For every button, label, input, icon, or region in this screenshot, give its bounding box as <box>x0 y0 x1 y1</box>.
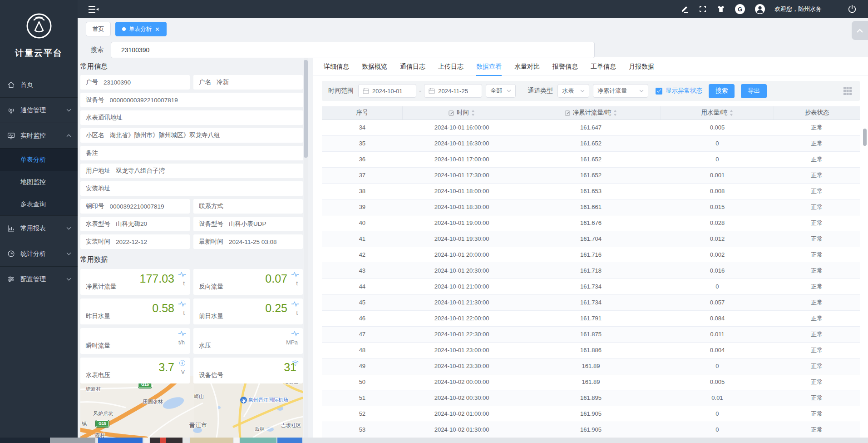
power-icon[interactable] <box>847 4 857 14</box>
sidebar-subitem-多表查询[interactable]: 多表查询 <box>0 193 78 215</box>
table-row[interactable]: 352024-10-01 16:30:00161.6520正常 <box>322 135 860 151</box>
start-date-picker[interactable]: 2024-10-01 <box>358 84 416 98</box>
table-row[interactable]: 342024-10-01 16:00:00161.6470.005正常 <box>322 119 860 135</box>
field-label: 钢印号 <box>86 202 104 210</box>
table-row[interactable]: 432024-10-01 20:30:00161.7180.016正常 <box>322 263 860 279</box>
sidebar-item-常用报表[interactable]: 常用报表 <box>0 215 78 241</box>
show-abnormal-checkbox[interactable] <box>656 88 662 95</box>
table-cell: 41 <box>322 231 403 247</box>
background-window[interactable] <box>234 438 239 443</box>
background-window[interactable] <box>144 438 149 443</box>
background-window[interactable] <box>160 438 166 443</box>
table-row[interactable]: 452024-10-01 21:30:00161.7340.057正常 <box>322 294 860 310</box>
sidebar-item-实时监控[interactable]: 实时监控 <box>0 123 78 148</box>
table-cell: 0.005 <box>661 374 774 390</box>
metric-select[interactable]: 净累计流量 <box>593 84 648 98</box>
sort-icon[interactable] <box>613 110 617 116</box>
background-window[interactable] <box>150 438 182 443</box>
background-window[interactable] <box>183 438 189 443</box>
stat-card-label: 设备信号 <box>199 371 223 379</box>
table-row[interactable]: 412024-10-01 19:30:00161.7040.012正常 <box>322 231 860 247</box>
start-date-value: 2024-10-01 <box>372 88 403 95</box>
table-row[interactable]: 442024-10-01 21:00:00161.7340正常 <box>322 279 860 294</box>
table-row[interactable]: 482024-10-01 23:00:00161.8860.004正常 <box>322 342 860 358</box>
table-row[interactable]: 382024-10-01 18:00:00161.6530.008正常 <box>322 183 860 199</box>
info-field-小区名: 小区名湖北省》随州市》随州城区》双龙寺八组 <box>80 128 303 143</box>
chevron-down-icon <box>507 90 511 92</box>
end-date-picker[interactable]: 2024-11-25 <box>424 84 482 98</box>
table-row[interactable]: 512024-10-02 00:30:00161.8950.01正常 <box>322 390 860 406</box>
table-row[interactable]: 402024-10-01 19:00:00161.6760.028正常 <box>322 215 860 231</box>
search-label: 搜索 <box>91 46 104 54</box>
table-scrollbar-thumb[interactable] <box>863 129 867 146</box>
sidebar-item-配置管理[interactable]: 配置管理 <box>0 266 78 292</box>
back-to-top-button[interactable] <box>852 21 868 40</box>
background-window[interactable] <box>98 438 143 443</box>
user-avatar-icon[interactable] <box>755 4 765 15</box>
edit-icon[interactable] <box>680 5 689 14</box>
left-panel-scrollbar-thumb[interactable] <box>304 60 308 158</box>
table-row[interactable]: 422024-10-01 20:00:00161.7160.002正常 <box>322 247 860 263</box>
location-map[interactable]: G15G15塘新村仙公山崎山田园张林风炉后坑镇晋江市后林吉坂社区霞村泉州晋江国际… <box>80 376 303 438</box>
detail-tab-水量对比[interactable]: 水量对比 <box>514 57 540 75</box>
show-abnormal-label[interactable]: 显示异常状态 <box>666 87 702 95</box>
table-row[interactable]: 392024-10-01 18:30:00161.6610.015正常 <box>322 199 860 215</box>
detail-tab-通信日志[interactable]: 通信日志 <box>400 57 425 75</box>
column-settings-icon[interactable] <box>843 87 852 95</box>
fullscreen-icon[interactable] <box>698 5 707 14</box>
detail-tab-数据概览[interactable]: 数据概览 <box>362 57 387 75</box>
table-cell: 45 <box>322 294 403 310</box>
column-header-序号: 序号 <box>322 106 403 119</box>
sidebar-item-通信管理[interactable]: 通信管理 <box>0 97 78 123</box>
table-cell: 2024-10-01 18:30:00 <box>403 199 521 215</box>
background-window[interactable] <box>240 438 276 443</box>
sort-icon[interactable] <box>730 110 733 116</box>
search-button[interactable]: 搜索 <box>709 84 735 98</box>
table-row[interactable]: 472024-10-01 22:30:00161.8750.011正常 <box>322 326 860 342</box>
table-row[interactable]: 362024-10-01 17:00:00161.6520正常 <box>322 151 860 167</box>
table-cell: 正常 <box>774 135 860 151</box>
edit-column-icon[interactable] <box>449 110 454 116</box>
detail-tab-数据查看[interactable]: 数据查看 <box>476 57 502 75</box>
detail-tab-详细信息[interactable]: 详细信息 <box>324 57 349 75</box>
table-row[interactable]: 462024-10-01 22:00:00161.7910.084正常 <box>322 310 860 326</box>
theme-shirt-icon[interactable] <box>716 5 725 14</box>
search-input[interactable] <box>111 42 595 58</box>
sidebar-subitem-单表分析[interactable]: 单表分析 <box>0 149 78 171</box>
table-cell: 37 <box>322 167 403 183</box>
brand-g-icon[interactable]: G <box>735 4 745 15</box>
table-row[interactable]: 372024-10-01 17:30:00161.6520.001正常 <box>322 167 860 183</box>
table-row[interactable]: 492024-10-01 23:30:00161.890正常 <box>322 358 860 374</box>
detail-tab-月报数据[interactable]: 月报数据 <box>629 57 654 75</box>
column-header-净累计流量/吨: 净累计流量/吨 <box>521 106 661 119</box>
tab-single-meter-analysis[interactable]: 单表分析 ✕ <box>115 22 167 36</box>
info-fields: 户号23100390户名冷新设备号00000000392210007819水表通… <box>80 75 303 249</box>
sidebar-item-首页[interactable]: 首页 <box>0 72 78 97</box>
channel-select[interactable]: 水表 <box>557 84 589 98</box>
background-window[interactable] <box>190 438 233 443</box>
table-row[interactable]: 502024-10-02 00:00:00161.890.005正常 <box>322 374 860 390</box>
granularity-select[interactable]: 全部 <box>486 84 516 98</box>
background-window[interactable] <box>50 438 95 443</box>
column-label: 用水量/吨 <box>701 109 728 117</box>
detail-tab-工单信息[interactable]: 工单信息 <box>591 57 616 75</box>
app-title: 计量云平台 <box>0 47 78 59</box>
tab-home[interactable]: 首页 <box>86 22 111 36</box>
field-label: 水表型号 <box>86 220 110 228</box>
export-button[interactable]: 导出 <box>741 84 767 98</box>
table-cell: 正常 <box>774 342 860 358</box>
sort-icon[interactable] <box>471 110 475 116</box>
detail-tab-上传日志[interactable]: 上传日志 <box>438 57 464 75</box>
background-window[interactable] <box>277 438 302 443</box>
table-row[interactable]: 522024-10-02 01:00:00161.9050正常 <box>322 406 860 422</box>
sidebar-subitem-地图监控[interactable]: 地图监控 <box>0 171 78 193</box>
detail-tab-报警信息[interactable]: 报警信息 <box>552 57 578 75</box>
sidebar-item-统计分析[interactable]: 统计分析 <box>0 241 78 266</box>
left-panel-scrollbar[interactable] <box>304 58 308 438</box>
edit-column-icon[interactable] <box>565 110 571 116</box>
collapse-menu-icon[interactable] <box>89 5 99 13</box>
table-cell: 2024-10-01 20:30:00 <box>403 263 521 279</box>
table-row[interactable]: 532024-10-02 01:30:00161.9050正常 <box>322 422 860 438</box>
close-tab-icon[interactable]: ✕ <box>155 26 160 32</box>
field-label: 安装地址 <box>86 184 110 193</box>
